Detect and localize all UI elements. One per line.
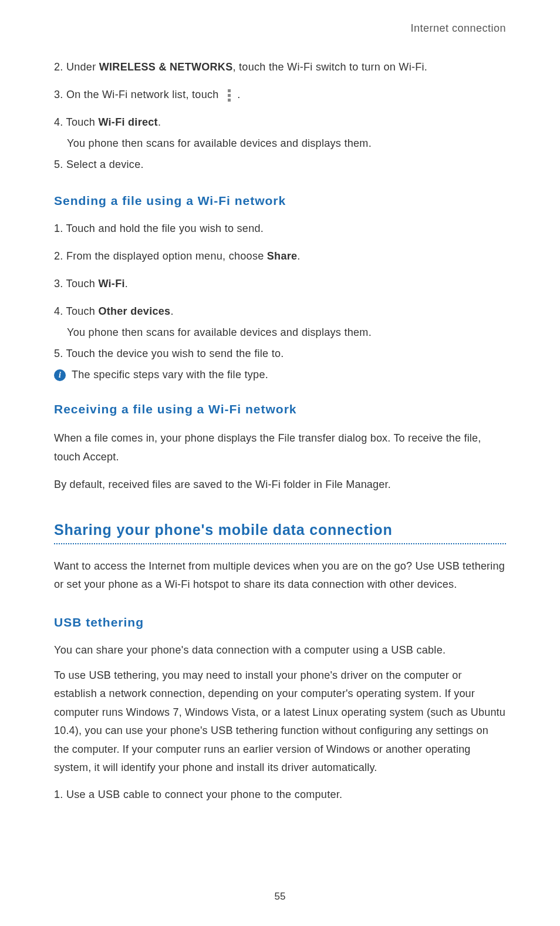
section-heading-sharing: Sharing your phone's mobile data connect… (54, 521, 506, 538)
sub-heading-receiving: Receiving a file using a Wi-Fi network (54, 402, 506, 416)
sending-step-2: 2. From the displayed option menu, choos… (54, 248, 506, 264)
text: folder in (281, 479, 325, 490)
step-4-sub: You phone then scans for available devic… (67, 137, 506, 150)
sub-heading-usb: USB tethering (54, 615, 506, 629)
text: . (158, 116, 161, 128)
bold-text: Wi-Fi (255, 479, 281, 490)
info-note: i The specific steps vary with the file … (54, 369, 506, 381)
step-4: 4. Touch Wi-Fi direct. (54, 115, 506, 130)
receiving-p2: By default, received files are saved to … (54, 476, 506, 494)
step-2: 2. Under WIRELESS & NETWORKS, touch the … (54, 59, 506, 75)
overflow-menu-icon (228, 89, 231, 102)
sharing-intro: Want to access the Internet from multipl… (54, 557, 506, 594)
bold-text: Share (267, 250, 298, 262)
usb-p1: You can share your phone's data connecti… (54, 642, 506, 658)
text: . (237, 89, 240, 100)
note-text: The specific steps vary with the file ty… (72, 369, 268, 381)
page-header-label: Internet connection (54, 22, 506, 35)
page-content: Internet connection 2. Under WIRELESS & … (0, 0, 560, 838)
usb-p2: To use USB tethering, you may need to in… (54, 666, 506, 777)
sending-step-5: 5. Touch the device you wish to send the… (54, 346, 506, 362)
text: By default, received files are saved to … (54, 479, 255, 490)
bold-text: Accept (83, 451, 116, 463)
sending-step-4: 4. Touch Other devices. (54, 304, 506, 319)
step-5: 5. Select a device. (54, 157, 506, 173)
bold-text: File Manager (325, 479, 387, 490)
text: . (125, 278, 128, 289)
bold-text: Other devices (98, 305, 170, 317)
text: , touch the Wi-Fi switch to turn on Wi-F… (232, 61, 427, 73)
bold-text: File transfer (278, 432, 335, 444)
sending-step-4-sub: You phone then scans for available devic… (67, 326, 506, 339)
text: . (388, 479, 391, 490)
text: . (170, 305, 173, 317)
dotted-rule (54, 543, 506, 544)
bold-text: Wi-Fi (98, 278, 124, 289)
sending-step-3: 3. Touch Wi-Fi. (54, 276, 506, 292)
bold-text: Wi-Fi direct (98, 116, 157, 128)
step-3: 3. On the Wi-Fi network list, touch . (54, 87, 506, 103)
bold-text: WIRELESS & NETWORKS (99, 61, 233, 73)
sub-heading-sending: Sending a file using a Wi-Fi network (54, 194, 506, 208)
text: . (297, 250, 300, 262)
text: When a file comes in, your phone display… (54, 432, 278, 444)
text: 2. Under (54, 61, 99, 73)
receiving-p1: When a file comes in, your phone display… (54, 429, 506, 466)
usb-step-1: 1. Use a USB cable to connect your phone… (54, 787, 506, 803)
text: 2. From the displayed option menu, choos… (54, 250, 267, 262)
info-icon: i (54, 369, 66, 381)
text: 4. Touch (54, 305, 98, 317)
text: 3. On the Wi-Fi network list, touch (54, 89, 222, 100)
sending-step-1: 1. Touch and hold the file you wish to s… (54, 221, 506, 237)
text: . (116, 451, 119, 463)
text: 3. Touch (54, 278, 98, 289)
text: 4. Touch (54, 116, 98, 128)
page-number: 55 (0, 891, 560, 903)
